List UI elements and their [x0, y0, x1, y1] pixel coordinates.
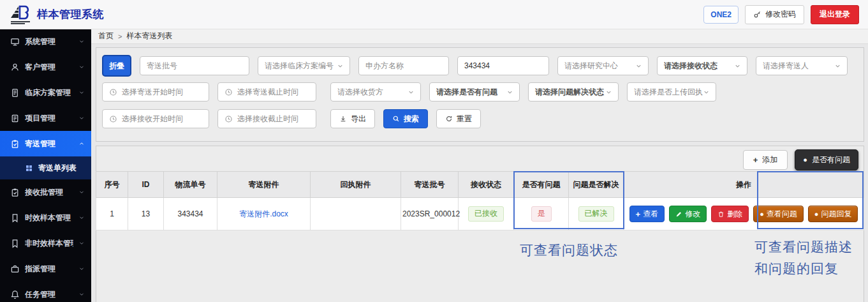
cell-send-attachment: 寄送附件.docx	[217, 198, 311, 230]
sidebar-item-receive-batch[interactable]: 接收批管理	[0, 179, 91, 205]
table-header-row: 序号 ID 物流单号 寄送附件 回执附件 寄送批号 接收状态 是否有问题 问题是…	[96, 172, 864, 198]
sidebar-item-label: 非时效样本管理	[25, 238, 73, 249]
view-problem-button[interactable]: ● 查看问题	[753, 206, 804, 222]
logout-button[interactable]: 退出登录	[811, 5, 859, 24]
problem-toggle-button[interactable]: ● 是否有问题	[795, 149, 858, 170]
clipboard-icon	[10, 188, 20, 197]
breadcrumb-separator: >	[118, 33, 122, 40]
send-start-date-input[interactable]: 选择寄送开始时间	[102, 82, 209, 102]
circle-icon: ●	[814, 211, 819, 218]
col-header-send-attachment: 寄送附件	[217, 172, 311, 198]
delete-label: 删除	[727, 209, 742, 220]
col-header-seq: 序号	[96, 172, 128, 198]
select-placeholder: 请选择研究中心	[564, 61, 618, 72]
env-badge: ONE2	[703, 6, 739, 24]
sidebar-item-label: 项目管理	[25, 113, 73, 124]
breadcrumb-current: 样本寄送列表	[126, 31, 172, 42]
sidebar: 系统管理 客户管理 临床方案管理 项目管理	[0, 29, 91, 302]
receive-end-date-input[interactable]: 选择接收截止时间	[217, 109, 316, 128]
receive-status-select[interactable]: 请选择接收状态	[657, 56, 747, 75]
cell-seq: 1	[96, 198, 128, 230]
chevron-down-icon	[78, 189, 85, 195]
chevron-down-icon	[78, 291, 85, 298]
sidebar-item-label: 客户管理	[25, 62, 73, 73]
clipboard-icon	[10, 139, 20, 149]
chevron-down-icon	[78, 215, 85, 221]
keyword-input[interactable]	[457, 56, 549, 75]
delete-button[interactable]: 删除	[711, 206, 749, 222]
send-batch-no-input[interactable]	[140, 56, 249, 75]
sponsor-name-input[interactable]	[358, 56, 449, 75]
monitor-icon	[10, 37, 20, 47]
sidebar-item-tasks[interactable]: 任务管理	[0, 282, 91, 302]
filter-panel: 折叠 请选择临床方案编号 请选择研究中心 请选择接收状态 请选	[96, 47, 864, 142]
col-header-send-batch-no: 寄送批号	[401, 172, 459, 198]
sender-select[interactable]: 请选择寄送人	[756, 56, 848, 75]
attachment-link[interactable]: 寄送附件.docx	[239, 209, 288, 218]
clock-icon	[109, 115, 117, 123]
problem-reply-label: 问题回复	[821, 209, 851, 220]
plus-icon: +	[753, 156, 758, 164]
problem-status-select[interactable]: 请选择问题解决状态	[528, 82, 619, 102]
circle-icon: ●	[760, 211, 764, 218]
receive-start-date-input[interactable]: 选择接收开始时间	[102, 109, 209, 128]
document-icon	[10, 114, 20, 123]
reset-button[interactable]: 重置	[436, 109, 481, 128]
edit-button[interactable]: 修改	[669, 206, 707, 222]
has-problem-select[interactable]: 请选择是否有问题	[429, 82, 520, 102]
view-button[interactable]: + 查看	[629, 206, 665, 222]
chevron-down-icon	[78, 89, 85, 96]
problem-reply-button[interactable]: ● 问题回复	[808, 206, 858, 222]
sidebar-item-projects[interactable]: 项目管理	[0, 105, 91, 131]
sidebar-subitem-shipping-list[interactable]: 寄送单列表	[0, 156, 91, 179]
col-header-receipt-attachment: 回执附件	[311, 172, 401, 198]
sidebar-item-label: 时效样本管理	[25, 213, 73, 223]
sidebar-item-clinical-protocol[interactable]: 临床方案管理	[0, 80, 91, 105]
chevron-down-icon	[408, 89, 415, 96]
filter-row-2: 选择寄送开始时间 选择寄送截止时间 请选择收货方 请选择是否有问题 请选择问题解…	[102, 82, 716, 102]
chevron-down-icon	[78, 38, 85, 45]
problem-toggle-label: 是否有问题	[812, 155, 850, 165]
sidebar-item-timed-samples[interactable]: 时效样本管理	[0, 205, 91, 230]
select-placeholder: 请选择接收状态	[664, 61, 717, 72]
chevron-down-icon	[834, 63, 841, 70]
export-label: 导出	[351, 114, 366, 125]
search-icon	[392, 115, 400, 123]
breadcrumb-home[interactable]: 首页	[98, 31, 114, 42]
send-end-date-input[interactable]: 选择寄送截止时间	[217, 82, 316, 102]
receipt-upload-select[interactable]: 请选择是否上传回执	[627, 82, 716, 102]
results-panel: + 添加 ● 是否有问题 序号 ID 物流单号 寄送附件 回执附件	[96, 146, 864, 302]
collapse-button[interactable]: 折叠	[102, 55, 131, 77]
has-problem-badge: 是	[531, 206, 552, 221]
circle-icon: ●	[803, 156, 807, 163]
protocol-select[interactable]: 请选择临床方案编号	[258, 56, 350, 75]
annotation-line-1: 可查看问题描述	[754, 236, 853, 258]
sidebar-item-untimed-samples[interactable]: 非时效样本管理	[0, 230, 91, 256]
view-label: 查看	[643, 209, 658, 220]
search-button[interactable]: 搜索	[383, 109, 428, 128]
export-button[interactable]: 导出	[330, 109, 375, 128]
research-center-select[interactable]: 请选择研究中心	[557, 56, 649, 75]
receiver-select[interactable]: 请选择收货方	[330, 82, 421, 102]
chevron-down-icon	[605, 89, 612, 96]
sidebar-item-system[interactable]: 系统管理	[0, 29, 91, 54]
sidebar-item-label: 指派管理	[25, 264, 73, 275]
table-row: 1 13 343434 寄送附件.docx 2023SR_000012 已接收 …	[96, 198, 864, 230]
sidebar-item-label: 任务管理	[25, 289, 73, 300]
page-title: 样本管理系统	[37, 7, 104, 22]
chevron-down-icon	[337, 63, 344, 70]
sidebar-item-customers[interactable]: 客户管理	[0, 54, 91, 80]
sidebar-item-shipping[interactable]: 寄送管理	[0, 131, 91, 156]
bookmark-icon	[10, 213, 20, 223]
add-button[interactable]: + 添加	[743, 150, 788, 170]
shipping-submenu: 寄送单列表	[0, 156, 91, 179]
cell-operations: + 查看 修改 删除	[624, 198, 864, 230]
sidebar-item-assignment[interactable]: 指派管理	[0, 256, 91, 282]
problem-solved-badge: 已解决	[578, 206, 614, 221]
change-password-button[interactable]: 修改密码	[745, 5, 804, 24]
refresh-icon	[445, 115, 453, 123]
chevron-down-icon	[703, 89, 710, 96]
select-placeholder: 请选择问题解决状态	[535, 87, 604, 98]
breadcrumb: 首页 > 样本寄送列表	[91, 29, 868, 44]
select-placeholder: 请选择收货方	[337, 87, 383, 98]
